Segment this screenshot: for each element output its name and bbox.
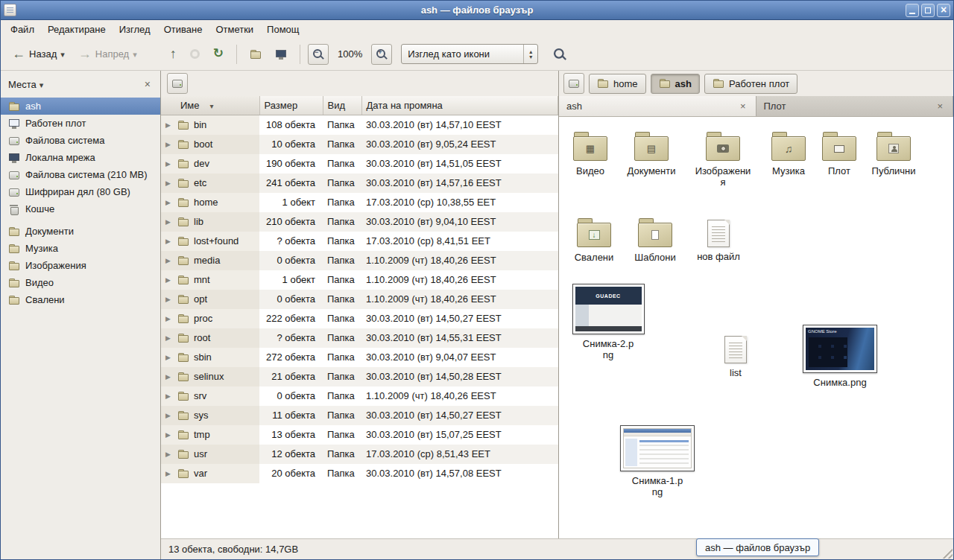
icon-item-new-file[interactable]: нов файл	[687, 220, 750, 263]
icon-item-desktop[interactable]: Плот	[808, 132, 871, 177]
expander-icon[interactable]	[165, 276, 173, 284]
table-row[interactable]: lib 210 обекта Папка 30.03.2010 (вт) 9,0…	[161, 212, 558, 232]
table-row[interactable]: proc 222 обекта Папка 30.03.2010 (вт) 14…	[161, 309, 558, 328]
icon-view[interactable]: Видео Документи Изображения Музика	[559, 117, 953, 538]
sidebar-item[interactable]: Шифриран дял (80 GB)	[1, 183, 160, 200]
icon-item-documents[interactable]: Документи	[620, 132, 683, 177]
tab-close-icon[interactable]	[738, 101, 748, 112]
column-header-date[interactable]: Дата на промяна	[361, 96, 558, 115]
table-row[interactable]: dev 190 обекта Папка 30.03.2010 (вт) 14,…	[161, 154, 558, 174]
expander-icon[interactable]	[165, 238, 173, 245]
sidebar-item[interactable]: Изображения	[1, 257, 160, 274]
icon-item-snimka1[interactable]: Снимка-1.png	[616, 425, 698, 498]
menu-item[interactable]: Изглед	[113, 22, 157, 36]
expander-icon[interactable]	[165, 315, 173, 322]
tab-close-icon[interactable]	[935, 101, 945, 112]
expander-icon[interactable]	[165, 179, 173, 187]
sidebar-item[interactable]: Документи	[1, 223, 160, 240]
icon-item-snimka2[interactable]: GUADEC Снимка-2.png	[567, 284, 649, 361]
table-row[interactable]: selinux 21 обекта Папка 30.03.2010 (вт) …	[161, 367, 558, 386]
stop-button[interactable]	[185, 45, 205, 63]
expander-icon[interactable]	[165, 160, 173, 168]
expander-icon[interactable]	[165, 373, 173, 381]
maximize-button[interactable]	[921, 4, 935, 17]
table-row[interactable]: home 1 обект Папка 17.03.2010 (ср) 10,38…	[161, 193, 558, 212]
view-mode-select[interactable]: Изглед като икони	[401, 44, 538, 64]
sidebar-item[interactable]: Кошче	[1, 200, 160, 217]
reload-button[interactable]	[208, 45, 229, 63]
expander-icon[interactable]	[165, 451, 173, 458]
icon-item-pictures[interactable]: Изображения	[692, 132, 754, 188]
expander-icon[interactable]	[165, 412, 173, 419]
path-button-ash[interactable]: ash	[651, 74, 700, 94]
expander-icon[interactable]	[165, 141, 173, 148]
icon-item-downloads[interactable]: Свалени	[563, 218, 625, 264]
sidebar-item[interactable]: Работен плот	[1, 115, 160, 132]
forward-button[interactable]: Напред	[73, 45, 142, 64]
sidebar-close-button[interactable]	[142, 78, 153, 90]
search-button[interactable]	[549, 45, 571, 64]
computer-button[interactable]	[270, 45, 292, 64]
table-row[interactable]: usr 12 обекта Папка 17.03.2010 (ср) 8,51…	[161, 445, 558, 464]
up-button[interactable]	[165, 45, 182, 64]
menu-item[interactable]: Отиване	[157, 22, 209, 36]
zoom-in-button[interactable]: +	[371, 44, 392, 65]
sidebar-item[interactable]: Файлова система	[1, 132, 160, 149]
expander-icon[interactable]	[165, 257, 173, 264]
table-row[interactable]: root ? обекта Папка 30.03.2010 (вт) 14,5…	[161, 328, 558, 348]
table-row[interactable]: boot 10 обекта Папка 30.03.2010 (вт) 9,0…	[161, 135, 558, 154]
root-location-button[interactable]	[563, 73, 584, 94]
expander-icon[interactable]	[165, 334, 173, 342]
path-button-desktop[interactable]: Работен плот	[704, 74, 797, 94]
table-row[interactable]: sys 11 обекта Папка 30.03.2010 (вт) 14,5…	[161, 406, 558, 425]
menu-item[interactable]: Файл	[4, 22, 41, 36]
table-row[interactable]: opt 0 обекта Папка 1.10.2009 (чт) 18,40,…	[161, 290, 558, 309]
tab-ash[interactable]: ash	[559, 96, 756, 116]
table-row[interactable]: bin 108 обекта Папка 30.03.2010 (вт) 14,…	[161, 115, 558, 135]
expander-icon[interactable]	[165, 431, 173, 439]
menu-item[interactable]: Помощ	[260, 22, 306, 36]
titlebar[interactable]: ash — файлов браузър	[1, 1, 953, 20]
expander-icon[interactable]	[165, 296, 173, 303]
sidebar-item[interactable]: Видео	[1, 274, 160, 291]
menu-item[interactable]: Редактиране	[41, 22, 113, 36]
root-location-button[interactable]	[167, 73, 188, 94]
expander-icon[interactable]	[165, 121, 173, 129]
column-header-type[interactable]: Вид	[323, 96, 361, 115]
table-row[interactable]: mnt 1 обект Папка 1.10.2009 (чт) 18,40,2…	[161, 270, 558, 290]
minimize-button[interactable]	[906, 4, 919, 17]
sidebar-item[interactable]: Файлова система (210 MB)	[1, 166, 160, 183]
column-header-size[interactable]: Размер	[259, 96, 323, 115]
table-row[interactable]: media 0 обекта Папка 1.10.2009 (чт) 18,4…	[161, 251, 558, 270]
sidebar-item[interactable]: Свалени	[1, 291, 160, 308]
home-button[interactable]	[244, 45, 267, 64]
icon-item-list[interactable]: list	[704, 336, 767, 379]
expander-icon[interactable]	[165, 218, 173, 226]
menu-item[interactable]: Отметки	[209, 22, 260, 36]
icon-item-video[interactable]: Видео	[559, 132, 622, 177]
table-row[interactable]: sbin 272 обекта Папка 30.03.2010 (вт) 9,…	[161, 348, 558, 367]
path-button-home[interactable]: home	[589, 74, 646, 94]
table-row[interactable]: lost+found ? обекта Папка 17.03.2010 (ср…	[161, 232, 558, 251]
table-row[interactable]: srv 0 обекта Папка 1.10.2009 (чт) 18,40,…	[161, 386, 558, 406]
zoom-out-button[interactable]: −	[308, 44, 329, 65]
table-row[interactable]: var 20 обекта Папка 30.03.2010 (вт) 14,5…	[161, 464, 558, 483]
expander-icon[interactable]	[165, 470, 173, 477]
icon-item-templates[interactable]: Шаблони	[624, 218, 686, 264]
sidebar-item[interactable]: ash	[1, 98, 160, 115]
tab-desktop[interactable]: Плот	[756, 96, 954, 116]
sidebar-selector-caret-icon[interactable]	[40, 79, 44, 90]
icon-item-snimka[interactable]: GNOME Store Снимка.png	[799, 325, 881, 389]
sidebar-item[interactable]: Музика	[1, 240, 160, 257]
close-button[interactable]	[937, 4, 950, 17]
sidebar-item[interactable]: Локална мрежа	[1, 149, 160, 166]
table-row[interactable]: tmp 13 обекта Папка 30.03.2010 (вт) 15,0…	[161, 425, 558, 445]
back-button[interactable]: Назад	[7, 45, 70, 64]
column-header-name[interactable]: Име	[161, 96, 259, 115]
expander-icon[interactable]	[165, 354, 173, 361]
expander-icon[interactable]	[165, 392, 173, 400]
icon-item-public[interactable]: Публични	[862, 132, 925, 177]
table-row[interactable]: etc 241 обекта Папка 30.03.2010 (вт) 14,…	[161, 174, 558, 193]
back-history-caret-icon[interactable]	[60, 48, 65, 60]
expander-icon[interactable]	[165, 199, 173, 206]
